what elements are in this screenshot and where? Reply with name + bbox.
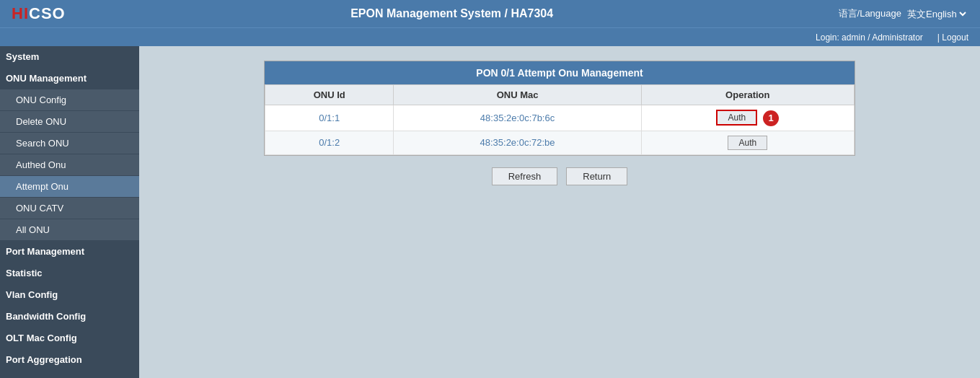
- col-onu-mac: ONU Mac: [394, 85, 641, 105]
- lang-label: 语言/Language: [839, 7, 901, 20]
- refresh-button[interactable]: Refresh: [492, 167, 558, 185]
- cell-onu-mac: 48:35:2e:0c:72:be: [394, 131, 641, 154]
- logo-dot: I: [24, 4, 29, 22]
- cell-operation: Auth1: [641, 105, 854, 131]
- onu-table: ONU Id ONU Mac Operation 0/1:148:35:2e:0…: [265, 84, 855, 155]
- logo-cs: CSO: [29, 4, 66, 22]
- sidebar-item-snmp-config[interactable]: SNMP Config: [0, 371, 139, 378]
- badge: 1: [763, 110, 779, 126]
- cell-onu-id: 0/1:2: [265, 131, 394, 154]
- header-top: HICSO EPON Management System / HA7304 语言…: [0, 0, 980, 27]
- table-row: 0/1:248:35:2e:0c:72:beAuth: [265, 131, 855, 154]
- cell-operation: Auth: [641, 131, 854, 154]
- table-row: 0/1:148:35:2e:0c:7b:6cAuth1: [265, 105, 855, 131]
- login-info: Login: admin / Administrator: [816, 32, 923, 43]
- sidebar-item-port-management[interactable]: Port Management: [0, 241, 139, 263]
- sidebar-item-onu-catv[interactable]: ONU CATV: [0, 198, 139, 219]
- sidebar-item-search-onu[interactable]: Search ONU: [0, 133, 139, 154]
- sidebar-item-statistic[interactable]: Statistic: [0, 263, 139, 284]
- col-operation: Operation: [641, 85, 854, 105]
- auth-button-1[interactable]: Auth: [728, 136, 767, 150]
- sidebar-item-delete-onu[interactable]: Delete ONU: [0, 111, 139, 133]
- action-bar: Refresh Return: [154, 167, 966, 185]
- sidebar-item-bandwidth-config[interactable]: Bandwidth Config: [0, 306, 139, 328]
- logo-h: H: [12, 4, 24, 22]
- header-lang: 语言/Language 英文English: [839, 7, 968, 20]
- cell-onu-mac: 48:35:2e:0c:7b:6c: [394, 105, 641, 131]
- sidebar-item-vlan-config[interactable]: Vlan Config: [0, 284, 139, 306]
- panel-header: PON 0/1 Attempt Onu Management: [265, 61, 855, 84]
- sidebar: System ONU Management ONU Config Delete …: [0, 46, 139, 378]
- cell-onu-id: 0/1:1: [265, 105, 394, 131]
- sidebar-item-onu-management[interactable]: ONU Management: [0, 68, 139, 89]
- sidebar-item-attempt-onu[interactable]: Attempt Onu: [0, 176, 139, 198]
- main-layout: System ONU Management ONU Config Delete …: [0, 46, 980, 378]
- header-bottom: Login: admin / Administrator | Logout: [0, 27, 980, 46]
- auth-button-0[interactable]: Auth: [716, 110, 757, 126]
- return-button[interactable]: Return: [566, 167, 627, 185]
- sidebar-item-system[interactable]: System: [0, 46, 139, 68]
- sidebar-item-port-aggregation[interactable]: Port Aggregation: [0, 349, 139, 371]
- logo: HICSO: [12, 4, 66, 23]
- col-onu-id: ONU Id: [265, 85, 394, 105]
- logout-link[interactable]: | Logout: [937, 32, 968, 43]
- sidebar-item-authed-onu[interactable]: Authed Onu: [0, 154, 139, 176]
- panel: PON 0/1 Attempt Onu Management ONU Id ON…: [264, 61, 855, 156]
- sidebar-item-all-onu[interactable]: All ONU: [0, 219, 139, 241]
- lang-select[interactable]: 英文English: [904, 8, 968, 20]
- header-title: EPON Management System / HA7304: [66, 7, 839, 20]
- logo-text: HICSO: [12, 4, 66, 23]
- sidebar-item-onu-config[interactable]: ONU Config: [0, 89, 139, 111]
- sidebar-item-olt-mac-config[interactable]: OLT Mac Config: [0, 328, 139, 349]
- content: PON 0/1 Attempt Onu Management ONU Id ON…: [139, 46, 980, 378]
